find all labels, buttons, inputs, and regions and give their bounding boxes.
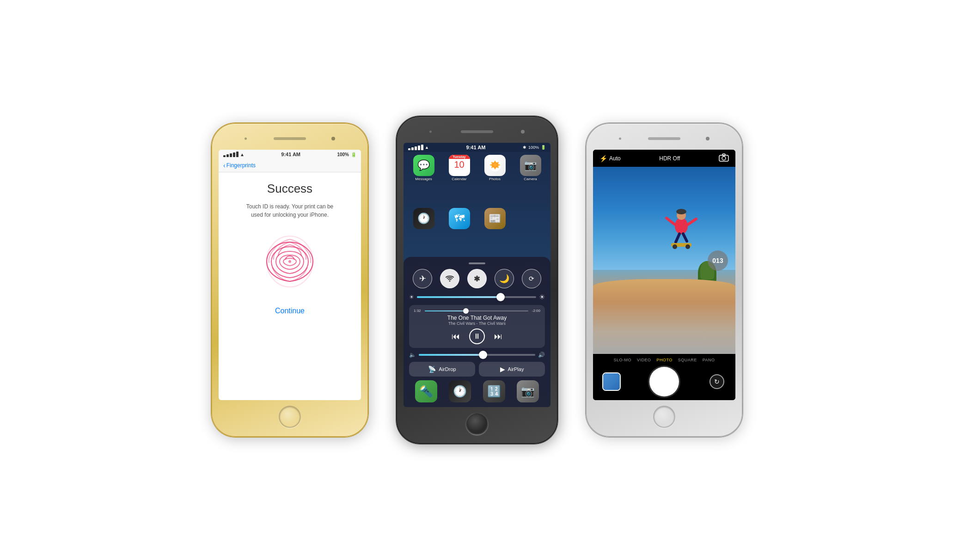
camera-switch-button[interactable] <box>719 153 729 163</box>
status-left-gold: ▲ <box>223 152 245 157</box>
signal-dot-4 <box>233 152 235 157</box>
brightness-slider[interactable] <box>417 296 536 298</box>
camera-shortcut[interactable]: 📷 <box>517 380 539 402</box>
music-progress-thumb[interactable] <box>463 308 469 314</box>
app-maps[interactable]: 🗺 <box>443 208 476 254</box>
volume-high-icon: 🔊 <box>538 352 545 358</box>
svg-point-15 <box>673 244 677 249</box>
fast-forward-button[interactable]: ⏭ <box>494 332 502 341</box>
music-progress-bar[interactable] <box>425 310 528 311</box>
phone-gold: ▲ 9:41 AM 100% 🔋 ‹ Fingerprints <box>211 123 368 437</box>
photos-label: Photos <box>489 177 501 181</box>
wifi-gray: ▲ <box>425 145 429 150</box>
screen-fingerprint-outer: ▲ 9:41 AM 100% 🔋 ‹ Fingerprints <box>219 150 361 400</box>
volume-slider-row: 🔈 🔊 <box>409 352 545 358</box>
airplane-mode-toggle[interactable]: ✈ <box>413 269 432 288</box>
app-messages[interactable]: 💬 Messages <box>407 155 440 205</box>
volume-slider[interactable] <box>419 354 535 356</box>
battery-pct-gray: 100% <box>528 145 539 150</box>
phone-top-gold <box>219 132 361 145</box>
airdrop-button[interactable]: 📡 AirDrop <box>409 362 475 377</box>
newsstand-icon: 📰 <box>484 208 506 229</box>
music-controls: ⏮ ⏸ ⏭ <box>414 329 540 344</box>
signal-area-gray: ▲ <box>408 145 429 150</box>
home-button-gold[interactable] <box>279 406 301 428</box>
app-clock[interactable]: 🕐 <box>407 208 440 254</box>
volume-thumb[interactable] <box>479 351 487 359</box>
signal-dot-3 <box>230 153 232 157</box>
brightness-high-icon: ☀ <box>539 293 545 301</box>
flip-camera-button[interactable]: ↻ <box>709 374 724 389</box>
signal-dot-2 <box>226 154 229 157</box>
signal-dots-gray <box>408 145 423 150</box>
cal-weekday: Tuesday <box>449 155 470 159</box>
app-calendar[interactable]: Tuesday 10 Calendar <box>443 155 476 205</box>
continue-button[interactable]: Continue <box>275 307 305 315</box>
calculator-shortcut[interactable]: 🔢 <box>483 380 505 402</box>
flash-label: Auto <box>609 155 621 162</box>
status-right-gray: ✱ 100% 🔋 <box>523 145 546 150</box>
airplay-button[interactable]: ▶ AirPlay <box>479 362 545 377</box>
success-title: Success <box>267 182 312 196</box>
wifi-symbol-gold: ▲ <box>240 152 245 157</box>
mode-square[interactable]: SQUARE <box>678 358 697 362</box>
camera-dot-silver <box>706 137 709 140</box>
mode-pano[interactable]: PANO <box>703 358 715 362</box>
photo-thumbnail[interactable] <box>602 372 621 391</box>
screen-control-center: ▲ 9:41 AM ✱ 100% 🔋 💬 Messages <box>404 143 550 407</box>
battery-icon-gray: 🔋 <box>541 145 546 150</box>
cc-bottom-apps: 🔦 🕐 🔢 📷 <box>409 380 545 402</box>
camera-switch-icon <box>719 153 729 162</box>
messages-icon: 💬 <box>413 155 434 176</box>
bluetooth-toggle[interactable]: ✱ <box>467 269 487 288</box>
rotation-lock-toggle[interactable]: ⟳ <box>522 269 541 288</box>
back-button-fingerprints[interactable]: ‹ Fingerprints <box>223 162 256 169</box>
app-newsstand[interactable]: 📰 <box>478 208 511 254</box>
hdr-label[interactable]: HDR Off <box>659 155 680 162</box>
app-photos[interactable]: Photos <box>478 155 511 205</box>
do-not-disturb-toggle[interactable]: 🌙 <box>495 269 514 288</box>
wifi-toggle[interactable] <box>440 269 459 288</box>
mode-photo[interactable]: PHOTO <box>656 358 672 362</box>
nav-bar-gold: ‹ Fingerprints <box>219 159 361 172</box>
fingerprint-graphic <box>257 228 322 293</box>
control-center-panel[interactable]: ✈ ✱ 🌙 ⟳ <box>404 257 550 407</box>
sensor-dot-gold <box>245 138 247 140</box>
clock-shortcut[interactable]: 🕐 <box>449 380 471 402</box>
sensor-dot-silver <box>619 138 621 140</box>
skate-ramp <box>593 279 735 354</box>
flash-control[interactable]: ⚡ Auto <box>599 155 621 162</box>
camera-controls: ↻ <box>598 367 731 396</box>
airdrop-icon: 📡 <box>428 365 436 373</box>
screen-camera-outer: ⚡ Auto HDR Off <box>593 150 735 400</box>
home-button-gray[interactable] <box>466 413 488 435</box>
volume-fill <box>419 354 483 356</box>
fingerprint-content: Success Touch ID is ready. Your print ca… <box>234 172 345 400</box>
calendar-icon: Tuesday 10 <box>449 155 470 176</box>
airdrop-airplay-row: 📡 AirDrop ▶ AirPlay <box>409 362 545 377</box>
play-pause-button[interactable]: ⏸ <box>469 329 485 344</box>
time-gold: 9:41 AM <box>281 152 300 157</box>
clock-icon: 🕐 <box>413 208 434 229</box>
homescreen-icons: 💬 Messages Tuesday 10 Calendar <box>404 152 550 257</box>
speaker-grille-gold <box>274 137 306 140</box>
camera-app-icon: 📷 <box>520 155 541 176</box>
cc-toggles: ✈ ✱ 🌙 ⟳ <box>409 269 545 288</box>
status-bar-gold: ▲ 9:41 AM 100% 🔋 <box>219 150 361 159</box>
mode-video[interactable]: VIDEO <box>637 358 651 362</box>
rewind-button[interactable]: ⏮ <box>452 332 460 341</box>
flashlight-shortcut[interactable]: 🔦 <box>415 380 437 402</box>
sig-d3 <box>415 146 417 150</box>
music-section: 1:32 -2:00 The One That Got Away The Civ… <box>409 305 545 348</box>
app-camera[interactable]: 📷 Camera <box>514 155 547 205</box>
timer-badge: 013 <box>708 250 728 271</box>
shutter-button[interactable] <box>649 367 679 396</box>
mode-slomo[interactable]: SLO-MO <box>613 358 631 362</box>
svg-point-9 <box>676 209 686 214</box>
camera-modes: SLO-MO VIDEO PHOTO SQUARE PANO <box>598 358 731 362</box>
brightness-thumb[interactable] <box>496 293 505 301</box>
home-button-silver[interactable] <box>653 406 675 428</box>
phone-top-gray <box>404 125 550 138</box>
battery-pct-gold: 100% <box>337 152 349 157</box>
sig-d4 <box>418 146 420 150</box>
